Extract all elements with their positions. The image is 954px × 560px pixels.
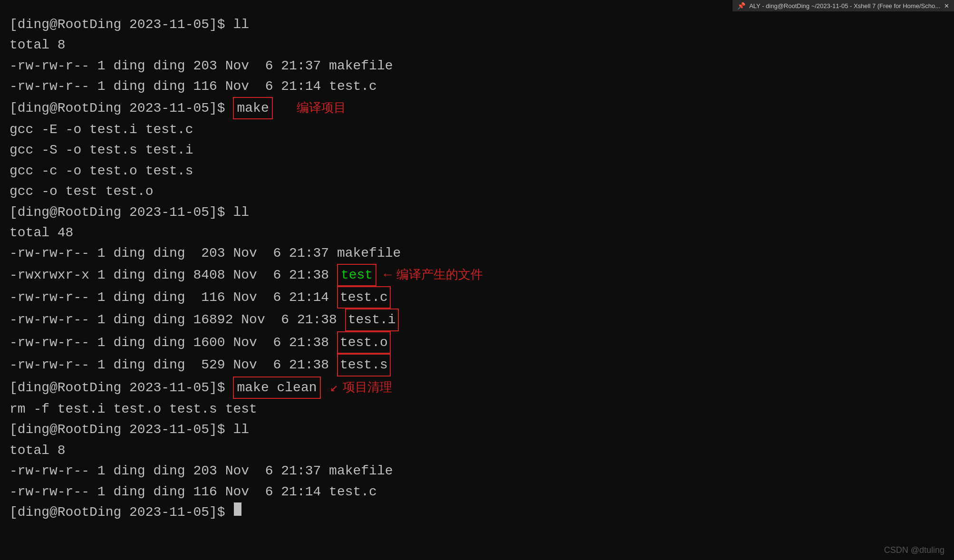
output-text: -rw-rw-r-- 1 ding ding 1600 Nov 6 21:38 xyxy=(10,332,337,353)
output-text: -rw-rw-r-- 1 ding ding 203 Nov 6 21:37 m… xyxy=(10,56,393,76)
line-final-prompt: [ding@RootDing 2023-11-05]$ xyxy=(10,502,944,522)
arrow-down: ↙ xyxy=(330,377,338,398)
output-text: -rw-rw-r-- 1 ding ding 203 Nov 6 21:37 m… xyxy=(10,243,401,263)
line-testc: -rw-rw-r-- 1 ding ding 116 Nov 6 21:14 t… xyxy=(10,286,944,309)
line-makefile3: -rw-rw-r-- 1 ding ding 203 Nov 6 21:37 m… xyxy=(10,461,944,481)
output-text: total 8 xyxy=(10,440,66,461)
line-1: [ding@RootDing 2023-11-05]$ ll xyxy=(10,14,944,35)
arrow-right: ← xyxy=(384,265,392,285)
csdn-watermark: CSDN @dtuling xyxy=(884,545,944,555)
line-gcc2: gcc -S -o test.s test.i xyxy=(10,140,944,160)
line-gcc3: gcc -c -o test.o test.s xyxy=(10,161,944,181)
output-text: rm -f test.i test.o test.s test xyxy=(10,399,257,419)
make-clean-command: make clean xyxy=(233,377,320,399)
title-bar-text: ALY - ding@RootDing ~/2023-11-05 - Xshel… xyxy=(749,2,940,10)
line-ll2: [ding@RootDing 2023-11-05]$ ll xyxy=(10,202,944,222)
prompt: [ding@RootDing 2023-11-05]$ ll xyxy=(10,14,249,35)
terminal-container: 📌 ALY - ding@RootDing ~/2023-11-05 - Xsh… xyxy=(0,0,954,560)
line-ll3: [ding@RootDing 2023-11-05]$ ll xyxy=(10,419,944,440)
line-make: [ding@RootDing 2023-11-05]$ make 编译项目 xyxy=(10,97,944,119)
output-text: -rw-rw-r-- 1 ding ding 16892 Nov 6 21:38 xyxy=(10,309,345,330)
output-text: -rwxrwxr-x 1 ding ding 8408 Nov 6 21:38 xyxy=(10,265,337,285)
testo-file: test.o xyxy=(337,331,391,354)
terminal-content: [ding@RootDing 2023-11-05]$ ll total 8 -… xyxy=(10,14,944,522)
output-text: gcc -o test test.o xyxy=(10,181,153,202)
line-total48: total 48 xyxy=(10,222,944,243)
line-testi: -rw-rw-r-- 1 ding ding 16892 Nov 6 21:38… xyxy=(10,309,944,331)
line-test-file: -rwxrwxr-x 1 ding ding 8408 Nov 6 21:38 … xyxy=(10,264,944,286)
output-text: -rw-rw-r-- 1 ding ding 116 Nov 6 21:14 t… xyxy=(10,76,377,97)
annotation-compile: 编译项目 xyxy=(297,98,346,117)
line-gcc4: gcc -o test test.o xyxy=(10,181,944,202)
output-text: -rw-rw-r-- 1 ding ding 203 Nov 6 21:37 m… xyxy=(10,461,393,481)
prompt: [ding@RootDing 2023-11-05]$ ll xyxy=(10,419,249,440)
line-total8-2: total 8 xyxy=(10,440,944,461)
output-text: gcc -E -o test.i test.c xyxy=(10,119,193,140)
output-text: -rw-rw-r-- 1 ding ding 116 Nov 6 21:14 xyxy=(10,287,337,308)
line-testc2: -rw-rw-r-- 1 ding ding 116 Nov 6 21:14 t… xyxy=(10,482,944,502)
test-executable: test xyxy=(337,264,376,286)
line-4: -rw-rw-r-- 1 ding ding 116 Nov 6 21:14 t… xyxy=(10,76,944,97)
prompt: [ding@RootDing 2023-11-05]$ xyxy=(10,377,233,398)
output-text: -rw-rw-r-- 1 ding ding 529 Nov 6 21:38 xyxy=(10,355,337,375)
prompt: [ding@RootDing 2023-11-05]$ xyxy=(10,98,233,118)
line-tests: -rw-rw-r-- 1 ding ding 529 Nov 6 21:38 t… xyxy=(10,354,944,376)
line-makefile2: -rw-rw-r-- 1 ding ding 203 Nov 6 21:37 m… xyxy=(10,243,944,263)
title-bar: 📌 ALY - ding@RootDing ~/2023-11-05 - Xsh… xyxy=(732,0,954,11)
output-text: total 8 xyxy=(10,35,66,55)
testc-file: test.c xyxy=(337,286,391,309)
testi-file: test.i xyxy=(345,309,399,331)
make-command: make xyxy=(233,97,272,119)
output-text: gcc -c -o test.o test.s xyxy=(10,161,193,181)
line-testo: -rw-rw-r-- 1 ding ding 1600 Nov 6 21:38 … xyxy=(10,331,944,354)
output-text: -rw-rw-r-- 1 ding ding 116 Nov 6 21:14 t… xyxy=(10,482,377,502)
cursor xyxy=(234,502,241,516)
line-rm: rm -f test.i test.o test.s test xyxy=(10,399,944,419)
line-3: -rw-rw-r-- 1 ding ding 203 Nov 6 21:37 m… xyxy=(10,56,944,76)
output-text: gcc -S -o test.s test.i xyxy=(10,140,193,160)
close-button[interactable]: ✕ xyxy=(944,2,949,10)
prompt-final: [ding@RootDing 2023-11-05]$ xyxy=(10,502,233,522)
line-gcc1: gcc -E -o test.i test.c xyxy=(10,119,944,140)
output-text: total 48 xyxy=(10,222,73,243)
title-bar-icon: 📌 xyxy=(737,2,745,10)
annotation-compiled-files: 编译产生的文件 xyxy=(396,265,483,284)
line-2: total 8 xyxy=(10,35,944,55)
tests-file: test.s xyxy=(337,354,391,376)
prompt: [ding@RootDing 2023-11-05]$ ll xyxy=(10,202,249,222)
annotation-clean: 项目清理 xyxy=(343,377,392,396)
line-make-clean: [ding@RootDing 2023-11-05]$ make clean ↙… xyxy=(10,377,944,399)
